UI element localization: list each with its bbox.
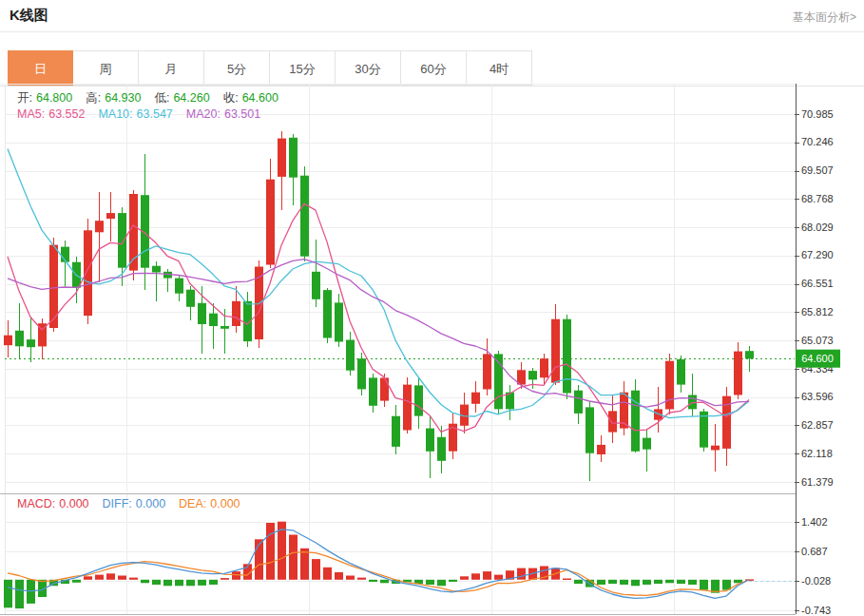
timeframe-tabs: 日周月5分15分30分60分4时 <box>8 50 532 86</box>
legend-value: 64.930 <box>105 91 141 105</box>
tab-15分[interactable]: 15分 <box>270 50 336 86</box>
svg-text:61.379: 61.379 <box>801 476 834 488</box>
svg-text:70.985: 70.985 <box>801 108 834 120</box>
tab-5分[interactable]: 5分 <box>204 50 270 86</box>
svg-text:68.029: 68.029 <box>801 221 834 233</box>
legend-label: MA10: <box>98 107 132 121</box>
legend-value: 0.000 <box>136 497 165 510</box>
svg-text:62.857: 62.857 <box>801 419 834 431</box>
svg-text:69.507: 69.507 <box>801 164 834 176</box>
legend-value: 0.000 <box>210 497 240 510</box>
legend-value: 63.501 <box>224 107 260 121</box>
legend-label: 开: <box>17 91 32 105</box>
ma-legend: MA5:63.552MA10:63.547MA20:63.501 <box>17 107 274 121</box>
svg-text:63.596: 63.596 <box>801 391 834 402</box>
svg-text:65.812: 65.812 <box>801 306 834 318</box>
svg-text:67.290: 67.290 <box>801 249 834 260</box>
svg-text:-0.028: -0.028 <box>801 575 831 587</box>
tab-周[interactable]: 周 <box>73 50 139 86</box>
legend-value: 63.552 <box>48 107 85 121</box>
legend-label: DIFF: <box>103 497 132 510</box>
tab-4时[interactable]: 4时 <box>467 50 532 86</box>
page-title: K线图 <box>10 7 48 25</box>
svg-text:0.687: 0.687 <box>801 546 828 557</box>
legend-label: MACD: <box>17 497 55 510</box>
svg-text:64.600: 64.600 <box>801 353 834 364</box>
svg-text:1.402: 1.402 <box>801 516 828 528</box>
svg-text:70.246: 70.246 <box>801 136 834 147</box>
fundamental-analysis-link[interactable]: 基本面分析> <box>793 10 856 26</box>
tab-60分[interactable]: 60分 <box>401 50 467 86</box>
legend-label: MA20: <box>186 107 221 121</box>
tab-30分[interactable]: 30分 <box>336 50 401 86</box>
svg-text:64.334: 64.334 <box>801 363 834 375</box>
legend-label: 高: <box>86 91 101 105</box>
legend-value: 64.260 <box>173 91 209 105</box>
legend-label: DEA: <box>179 497 206 510</box>
svg-text:-0.743: -0.743 <box>801 605 831 616</box>
legend-label: 低: <box>154 91 169 105</box>
legend-label: 收: <box>223 91 239 105</box>
tab-月[interactable]: 月 <box>139 50 204 86</box>
tabbar-divider <box>0 86 864 87</box>
svg-text:66.551: 66.551 <box>801 278 834 289</box>
svg-text:65.073: 65.073 <box>801 335 834 346</box>
panel-header: K线图 基本面分析> <box>0 0 864 32</box>
legend-value: 0.000 <box>59 497 88 510</box>
tab-日[interactable]: 日 <box>8 50 73 86</box>
svg-text:68.768: 68.768 <box>801 193 834 204</box>
macd-legend: MACD:0.000DIFF:0.000DEA:0.000 <box>17 497 254 510</box>
ohlc-legend: 开:64.800高:64.930低:64.260收:64.600 <box>17 90 292 106</box>
legend-value: 64.600 <box>242 91 278 105</box>
legend-value: 64.800 <box>36 91 72 105</box>
kline-panel: K线图 基本面分析> 日周月5分15分30分60分4时 70.98570.246… <box>0 0 864 616</box>
legend-label: MA5: <box>17 107 45 121</box>
svg-text:62.118: 62.118 <box>801 448 833 459</box>
legend-value: 63.547 <box>137 107 173 121</box>
